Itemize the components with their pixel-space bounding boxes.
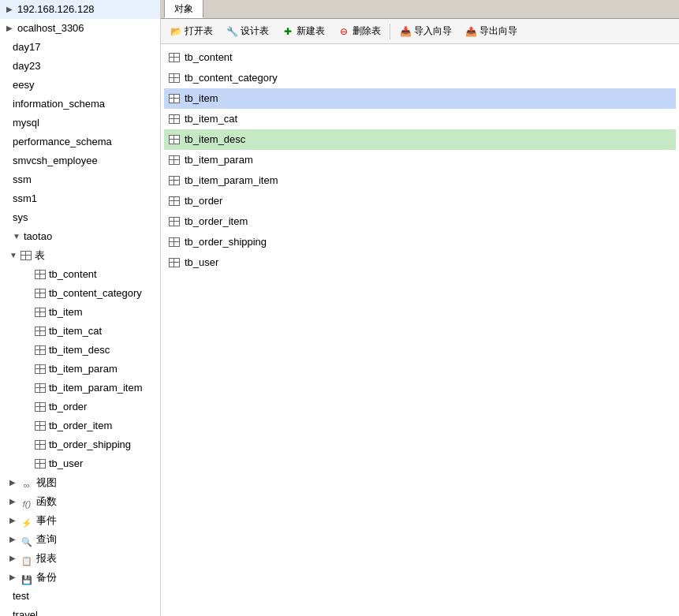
- sidebar-db-smvcsh-employee[interactable]: smvcsh_employee: [0, 151, 160, 170]
- export-wizard-button[interactable]: 📤 导出向导: [459, 21, 523, 41]
- table-label: tb_item_param: [49, 361, 118, 377]
- table-icon: [35, 459, 46, 469]
- object-item-tb-content[interactable]: tb_content: [164, 47, 676, 68]
- sidebar-table-tb-item-param-item[interactable]: tb_item_param_item: [0, 379, 160, 398]
- table-icon: [169, 155, 180, 165]
- sidebar-db-information-schema[interactable]: information_schema: [0, 95, 160, 114]
- sidebar-table-tb-item-param[interactable]: tb_item_param: [0, 360, 160, 379]
- toolbar: 📂 打开表 🔧 设计表 ✚ 新建表 ⊖ 删除表 📥 导入向导 📤: [161, 19, 679, 44]
- sidebar-table-tb-content-category[interactable]: tb_content_category: [0, 284, 160, 303]
- section-arrow-icon: [9, 475, 17, 491]
- object-label: tb_user: [185, 254, 218, 271]
- db-label: eesy: [13, 77, 34, 93]
- sidebar-section-reports[interactable]: 📋 报表: [0, 549, 160, 568]
- sidebar-table-tb-order-shipping[interactable]: tb_order_shipping: [0, 435, 160, 454]
- db-label: taotao: [24, 229, 52, 245]
- table-icon: [35, 289, 46, 298]
- db-label: mysql: [13, 115, 39, 131]
- new-table-button[interactable]: ✚ 新建表: [276, 21, 330, 41]
- db-label: ssm1: [13, 191, 37, 207]
- sidebar-section-backup[interactable]: 💾 备份: [0, 568, 160, 587]
- sidebar-table-tb-item-desc[interactable]: tb_item_desc: [0, 341, 160, 360]
- sidebar-section-functions[interactable]: f() 函数: [0, 492, 160, 511]
- delete-table-icon: ⊖: [338, 25, 350, 38]
- db-label: sys: [13, 210, 28, 226]
- section-arrow-icon: [9, 532, 17, 547]
- table-icon: [169, 237, 180, 247]
- sidebar-db-day23[interactable]: day23: [0, 57, 160, 76]
- sidebar-db-day17[interactable]: day17: [0, 38, 160, 57]
- table-icon: [169, 135, 180, 144]
- tab-objects[interactable]: 对象: [164, 0, 203, 18]
- expand-arrow-icon: [13, 229, 21, 245]
- design-table-icon: 🔧: [226, 25, 238, 38]
- sidebar-table-tb-content[interactable]: tb_content: [0, 265, 160, 284]
- object-item-tb-item-param-item[interactable]: tb_item_param_item: [164, 170, 676, 191]
- object-item-tb-item[interactable]: tb_item: [164, 88, 676, 109]
- section-arrow-icon: [9, 513, 17, 528]
- sidebar-db-performance-schema[interactable]: performance_schema: [0, 133, 160, 151]
- sidebar-db-ssm[interactable]: ssm: [0, 170, 160, 189]
- table-icon: [169, 196, 180, 206]
- sidebar-db-eesy[interactable]: eesy: [0, 76, 160, 95]
- delete-table-button[interactable]: ⊖ 删除表: [332, 21, 386, 41]
- object-item-tb-order-item[interactable]: tb_order_item: [164, 211, 676, 232]
- sidebar-db-test[interactable]: test: [0, 587, 160, 606]
- table-label: tb_content_category: [49, 286, 142, 301]
- table-label: tb_item_param_item: [49, 380, 143, 396]
- sidebar-table-tb-user[interactable]: tb_user: [0, 454, 160, 473]
- object-label: tb_content_category: [185, 69, 278, 87]
- section-label: 报表: [36, 551, 57, 566]
- object-item-tb-content-category[interactable]: tb_content_category: [164, 68, 676, 88]
- sidebar-connection-1[interactable]: 192.168.126.128: [0, 0, 160, 19]
- sidebar-table-tb-item-cat[interactable]: tb_item_cat: [0, 322, 160, 341]
- open-table-button[interactable]: 📂 打开表: [164, 21, 218, 41]
- table-icon: [35, 421, 46, 431]
- object-label: tb_order_shipping: [185, 233, 267, 251]
- db-label: ssm: [13, 172, 32, 188]
- sidebar-db-taotao[interactable]: taotao: [0, 227, 160, 246]
- sidebar-db-travel[interactable]: travel: [0, 606, 160, 616]
- sidebar-db-sys[interactable]: sys: [0, 208, 160, 227]
- sidebar-section-events[interactable]: ⚡ 事件: [0, 511, 160, 530]
- db-label: day23: [13, 58, 40, 74]
- arrow-icon: [6, 2, 14, 17]
- object-item-tb-item-cat[interactable]: tb_item_cat: [164, 109, 676, 129]
- sidebar-table-tb-order-item[interactable]: tb_order_item: [0, 416, 160, 435]
- arrow-icon: [6, 21, 14, 36]
- events-icon: ⚡: [21, 515, 33, 526]
- toolbar-separator: [390, 24, 390, 39]
- sidebar-table-tb-order[interactable]: tb_order: [0, 398, 160, 416]
- section-arrow-icon: [9, 494, 17, 510]
- new-table-icon: ✚: [282, 25, 294, 38]
- table-icon: [169, 114, 180, 124]
- object-label: tb_order: [185, 192, 222, 210]
- table-label: tb_content: [49, 267, 97, 282]
- section-label: 函数: [36, 494, 57, 510]
- sidebar-connection-2[interactable]: ocalhost_3306: [0, 19, 160, 38]
- sidebar-table-tb-item[interactable]: tb_item: [0, 303, 160, 322]
- design-table-button[interactable]: 🔧 设计表: [220, 21, 274, 41]
- import-wizard-button[interactable]: 📥 导入向导: [394, 21, 457, 41]
- views-icon: ∞: [21, 477, 33, 488]
- table-icon: [169, 53, 180, 62]
- sidebar-section-queries[interactable]: 🔍 查询: [0, 530, 160, 549]
- table-icon: [35, 308, 46, 317]
- db-label: information_schema: [13, 96, 105, 112]
- table-label: tb_user: [49, 456, 83, 472]
- table-label: tb_item: [49, 304, 83, 320]
- table-label: tb_item_desc: [49, 342, 110, 358]
- object-item-tb-user[interactable]: tb_user: [164, 252, 676, 273]
- object-item-tb-order-shipping[interactable]: tb_order_shipping: [164, 232, 676, 252]
- sidebar-section-tables[interactable]: 表: [0, 246, 160, 265]
- section-label: 事件: [36, 513, 57, 528]
- object-item-tb-item-param[interactable]: tb_item_param: [164, 150, 676, 170]
- db-label: test: [13, 588, 29, 604]
- sidebar-db-ssm1[interactable]: ssm1: [0, 189, 160, 208]
- table-label: tb_order: [49, 399, 87, 415]
- object-item-tb-order[interactable]: tb_order: [164, 191, 676, 211]
- section-label: 视图: [36, 475, 57, 491]
- sidebar-section-views[interactable]: ∞ 视图: [0, 473, 160, 492]
- sidebar-db-mysql[interactable]: mysql: [0, 114, 160, 133]
- object-item-tb-item-desc[interactable]: tb_item_desc: [164, 129, 676, 150]
